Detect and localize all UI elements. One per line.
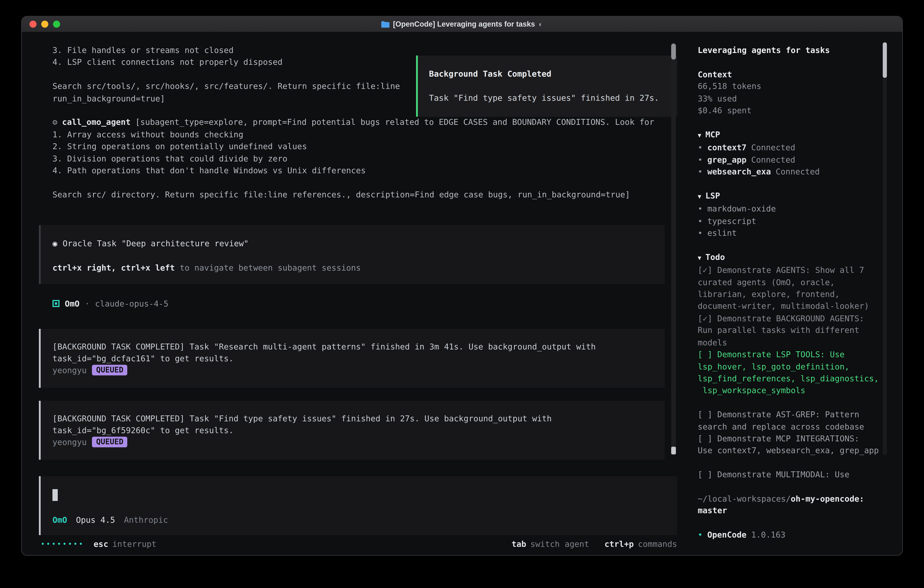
workspace-branch: master — [698, 505, 881, 517]
window-title-text: [OpenCode] Leveraging agents for tasks — [393, 17, 535, 32]
lsp-item: •markdown-oxide — [698, 203, 881, 215]
mcp-item: •grep_appConnected — [698, 154, 881, 165]
session-sidebar: Leveraging agents for tasks Context 66,5… — [682, 33, 902, 555]
tool-call-list-item: 4. Path operations that don't handle Win… — [22, 164, 682, 177]
window-titlebar[interactable]: [OpenCode] Leveraging agents for tasks ◐ — [22, 17, 902, 33]
notification-body: Task "Find type safety issues" finished … — [429, 92, 677, 104]
chat-scrollbar[interactable] — [671, 43, 676, 455]
tool-call-name: call_omo_agent — [62, 117, 130, 127]
lsp-heading-label: LSP — [706, 191, 720, 200]
chevron-down-icon: ▼ — [698, 254, 701, 261]
context-spent: $0.46 spent — [698, 104, 881, 116]
gear-icon: ⚙ — [53, 117, 58, 127]
zoom-window-button[interactable] — [53, 21, 60, 28]
bullet-icon: • — [698, 167, 703, 176]
queued-message: [BACKGROUND TASK COMPLETED] Task "Find t… — [39, 401, 665, 459]
message-line: [BACKGROUND TASK COMPLETED] Task "Find t… — [53, 412, 665, 424]
mcp-item: •context7Connected — [698, 142, 881, 154]
message-author: yeongyu — [53, 438, 87, 447]
bullet-icon: • — [698, 530, 703, 539]
oracle-task-title-line: ◉Oracle Task "Deep architecture review" — [53, 238, 665, 249]
tool-call-list-item: 1. Array access without bounds checking — [22, 129, 682, 140]
todo-item: [✓] Demonstrate BACKGROUND AGENTS: Run p… — [698, 312, 881, 349]
mcp-heading-label: MCP — [706, 130, 720, 139]
workspace-path-prefix: ~/local-workspaces/ — [698, 494, 791, 503]
mcp-item: •websearch_exaConnected — [698, 165, 881, 178]
tool-call-tail: Search src/ directory. Return specific f… — [22, 188, 682, 201]
output-line: 3. File handles or streams not closed — [22, 44, 682, 56]
todo-item: [ ] Demonstrate AST-GREP: Pattern search… — [698, 408, 881, 433]
workspace-path: ~/local-workspaces/oh-my-opencode: — [698, 493, 881, 505]
oracle-task-panel: ◉Oracle Task "Deep architecture review" … — [39, 225, 665, 284]
todo-item: [ ] Demonstrate LSP TOOLS: Use lsp_hover… — [698, 349, 881, 396]
todo-item: [ ] Demonstrate MCP INTEGRATIONS: Use co… — [698, 433, 881, 457]
chat-scrollbar-thumb[interactable] — [671, 44, 676, 59]
tool-call-args: [subagent_type=explore, prompt=Find pote… — [135, 117, 654, 127]
todo-item: [ ] Demonstrate MULTIMODAL: Use — [698, 469, 881, 481]
mcp-item-status: Connected — [776, 167, 820, 176]
input-model-provider: Anthropic — [124, 514, 168, 526]
bullet-icon: • — [698, 228, 703, 237]
lsp-item: •eslint — [698, 227, 881, 239]
status-bar: •••••••• esc interrupt tab switch agent … — [22, 538, 682, 550]
version-line: •OpenCode1.0.163 — [698, 529, 881, 541]
desktop: [OpenCode] Leveraging agents for tasks ◐… — [0, 0, 924, 588]
agent-name: OmO — [65, 297, 79, 310]
queued-message: [BACKGROUND TASK COMPLETED] Task "Resear… — [39, 329, 665, 387]
hint-keys: ctrl+x right, ctrl+x left — [53, 263, 175, 272]
lsp-item-name: markdown-oxide — [707, 204, 776, 213]
traffic-lights — [30, 17, 60, 32]
close-window-button[interactable] — [30, 21, 36, 28]
oracle-task-icon: ◉ — [53, 239, 58, 248]
folder-icon — [381, 21, 389, 28]
chevron-down-icon: ▼ — [698, 193, 701, 200]
window-title: [OpenCode] Leveraging agents for tasks ◐ — [381, 17, 543, 32]
commands-key-hint: ctrl+p — [604, 538, 634, 550]
context-heading: Context — [698, 68, 881, 80]
tool-call-list-item: 2. String operations on potentially unde… — [22, 140, 682, 152]
model-info-line: OmO Opus 4.5 Anthropic — [53, 514, 677, 526]
lsp-item: •typescript — [698, 215, 881, 227]
hint-text: to navigate between subagent sessions — [175, 263, 361, 272]
session-title: Leveraging agents for tasks — [698, 44, 881, 56]
chat-scrollbar-bottom-marker[interactable] — [671, 447, 676, 454]
text-cursor — [53, 489, 58, 501]
session-indicator-icon: ◐ — [539, 17, 543, 32]
mcp-item-status: Connected — [751, 155, 795, 164]
subagent-navigation-hint: ctrl+x right, ctrl+x left to navigate be… — [53, 262, 665, 274]
omo-agent-icon — [53, 300, 59, 307]
tab-key-hint: tab — [512, 538, 526, 550]
minimize-window-button[interactable] — [41, 21, 48, 28]
prompt-input[interactable]: OmO Opus 4.5 Anthropic — [39, 476, 677, 535]
lsp-item-name: eslint — [707, 228, 737, 237]
queued-badge: QUEUED — [92, 437, 127, 448]
app-version: 1.0.163 — [751, 530, 785, 539]
todo-heading-label: Todo — [706, 252, 725, 261]
agent-header: OmO · claude-opus-4-5 — [22, 297, 682, 310]
input-agent-name: OmO — [53, 514, 67, 526]
workspace-repo: oh-my-opencode: — [791, 494, 864, 503]
message-line: task_id="bg_6f59260c" to get results. — [53, 424, 665, 436]
message-line: [BACKGROUND TASK COMPLETED] Task "Resear… — [53, 340, 665, 352]
bullet-icon: • — [698, 204, 703, 213]
mcp-item-name: grep_app — [707, 155, 746, 164]
message-meta: yeongyuQUEUED — [53, 436, 665, 448]
todo-item: [✓] Demonstrate AGENTS: Show all 7 curat… — [698, 264, 881, 312]
todo-section-header[interactable]: ▼Todo — [698, 251, 881, 264]
mcp-item-name: context7 — [707, 143, 746, 152]
message-author: yeongyu — [53, 366, 87, 375]
sidebar-scrollbar-thumb[interactable] — [883, 43, 887, 78]
mcp-section-header[interactable]: ▼MCP — [698, 129, 881, 142]
lsp-section-header[interactable]: ▼LSP — [698, 190, 881, 203]
sidebar-scrollbar[interactable] — [883, 43, 887, 455]
esc-key-hint: esc — [94, 538, 109, 550]
lsp-item-name: typescript — [707, 216, 756, 225]
agent-model: claude-opus-4-5 — [95, 297, 168, 310]
opencode-window: [OpenCode] Leveraging agents for tasks ◐… — [21, 16, 903, 556]
mcp-item-name: websearch_exa — [707, 167, 771, 176]
esc-key-label: interrupt — [112, 538, 157, 550]
tool-call-list-item: 3. Division operations that could divide… — [22, 152, 682, 164]
chevron-down-icon: ▼ — [698, 132, 701, 139]
commands-key-label: commands — [638, 538, 677, 550]
tool-call-line: ⚙call_omo_agent[subagent_type=explore, p… — [22, 116, 682, 129]
